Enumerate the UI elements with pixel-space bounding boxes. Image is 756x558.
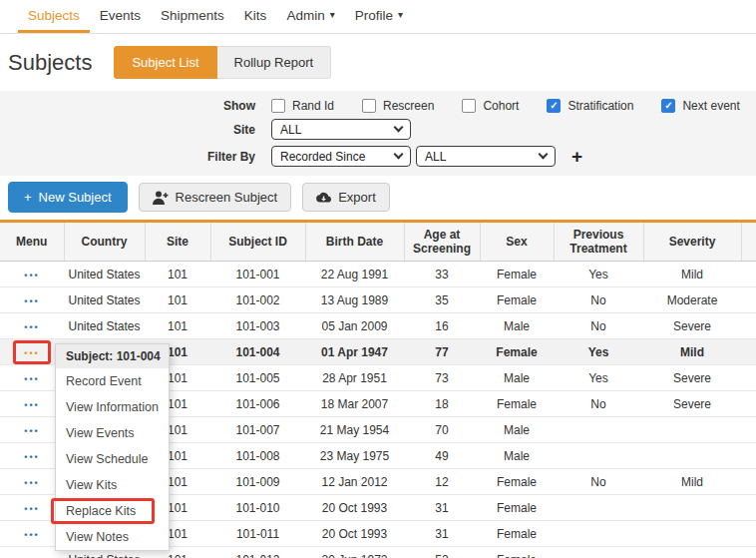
checkbox-rescreen[interactable]: Rescreen — [362, 99, 434, 113]
context-menu-item-view-information[interactable]: View Information — [56, 394, 169, 420]
nav-item-profile[interactable]: Profile▾ — [345, 0, 413, 33]
cell-previous-treatment: No — [554, 391, 643, 417]
cell-sex: Female — [480, 469, 554, 495]
filter-value: ALL — [425, 150, 446, 164]
cell-severity — [643, 547, 741, 558]
context-menu-item-view-notes[interactable]: View Notes — [56, 524, 169, 550]
cell-sex: Female — [480, 262, 554, 287]
site-select-value: ALL — [280, 123, 301, 137]
cell-age: 73 — [404, 365, 480, 391]
cell-sex: Female — [480, 521, 554, 547]
cell-birth-date: 22 Aug 1991 — [305, 262, 404, 287]
site-filter-row: Site ALL — [0, 119, 756, 140]
chevron-down-icon: ▾ — [398, 10, 403, 20]
rescreen-subject-button[interactable]: Rescreen Subject — [139, 183, 292, 212]
cell-age: 31 — [404, 495, 480, 521]
context-menu-header: Subject: 101-004 — [56, 344, 169, 368]
context-menu-item-replace-kits[interactable]: Replace Kits — [51, 498, 155, 524]
checkbox-unchecked-icon — [271, 99, 285, 113]
column-header-blank — [741, 222, 756, 262]
context-menu-item-record-event[interactable]: Record Event — [56, 368, 169, 394]
row-menu-icon[interactable]: ••• — [24, 271, 39, 280]
row-menu-icon[interactable]: ••• — [24, 296, 39, 306]
cloud-download-icon — [316, 192, 331, 204]
cell-severity: Mild — [643, 339, 741, 365]
cell-severity — [643, 443, 741, 469]
table-header: MenuCountrySiteSubject IDBirth DateAge a… — [0, 222, 756, 262]
nav-item-subjects[interactable]: Subjects — [18, 0, 90, 33]
filter-value-select[interactable]: ALL — [416, 146, 556, 167]
row-menu-icon[interactable]: ••• — [24, 504, 39, 514]
check-icon: ✓ — [664, 101, 672, 111]
cell-sex: Male — [480, 313, 554, 339]
column-header-site: Site — [145, 222, 210, 262]
plus-icon: + — [24, 190, 32, 205]
cell-age: 18 — [404, 391, 480, 417]
checkbox-cohort[interactable]: Cohort — [462, 99, 519, 113]
row-menu-icon[interactable]: ••• — [24, 426, 39, 436]
cell-age: 52 — [404, 547, 480, 558]
cell-subject-id: 101-005 — [210, 365, 305, 391]
cell-sex: Female — [480, 287, 554, 313]
export-button[interactable]: Export — [302, 183, 390, 212]
context-menu-item-view-events[interactable]: View Events — [56, 420, 169, 446]
column-header-country: Country — [64, 222, 145, 262]
cell-country: United States — [64, 313, 145, 339]
checkbox-unchecked-icon — [362, 99, 376, 113]
table-row-101-001: •••United States101101-00122 Aug 199133F… — [0, 262, 756, 287]
rollup-report-button[interactable]: Rollup Report — [217, 46, 332, 79]
cell-previous-treatment: Yes — [554, 365, 643, 391]
row-menu-icon[interactable]: ••• — [24, 452, 39, 462]
top-nav: SubjectsEventsShipmentsKitsAdmin▾Profile… — [0, 0, 756, 34]
cell-subject-id: 101-003 — [210, 313, 305, 339]
new-subject-label: New Subject — [39, 190, 112, 205]
cell-empty — [741, 287, 756, 313]
row-menu-icon[interactable]: ••• — [24, 374, 39, 384]
cell-birth-date: 21 May 1954 — [305, 417, 404, 443]
cell-site: 101 — [145, 313, 210, 339]
new-subject-button[interactable]: + New Subject — [8, 182, 128, 213]
checkbox-rand-id[interactable]: Rand Id — [271, 99, 334, 113]
nav-item-events[interactable]: Events — [90, 0, 151, 33]
cell-age: 77 — [404, 339, 480, 365]
show-label: Show — [0, 99, 271, 113]
filter-by-selects: Recorded Since ALL + — [271, 146, 582, 167]
checkbox-next-event[interactable]: ✓Next event — [661, 99, 739, 113]
subject-list-button[interactable]: Subject List — [114, 46, 216, 79]
add-filter-icon[interactable]: + — [571, 147, 582, 166]
row-menu-icon[interactable]: ••• — [24, 530, 39, 540]
filter-by-row: Filter By Recorded Since ALL + — [0, 146, 756, 167]
row-menu-cell: ••• — [0, 262, 64, 287]
row-menu-icon[interactable]: ••• — [24, 478, 39, 488]
context-menu-item-view-schedule[interactable]: View Schedule — [56, 446, 169, 472]
cell-birth-date: 23 May 1975 — [305, 443, 404, 469]
export-label: Export — [338, 190, 376, 205]
context-menu-item-view-kits[interactable]: View Kits — [56, 472, 169, 498]
nav-item-admin[interactable]: Admin▾ — [276, 0, 344, 33]
cell-birth-date: 20 Jun 1972 — [305, 547, 404, 558]
nav-item-kits[interactable]: Kits — [234, 0, 277, 33]
cell-subject-id: 101-010 — [210, 495, 305, 521]
cell-site: 101 — [145, 262, 210, 287]
checkbox-stratification[interactable]: ✓Stratification — [547, 99, 633, 113]
checkbox-label: Cohort — [483, 99, 519, 113]
row-menu-icon[interactable]: ••• — [24, 322, 39, 332]
view-toggle: Subject ListRollup Report — [114, 46, 331, 79]
filter-field-select[interactable]: Recorded Since — [271, 146, 411, 167]
column-header-subject-id: Subject ID — [210, 222, 305, 262]
cell-birth-date: 13 Aug 1989 — [305, 287, 404, 313]
cell-age: 16 — [404, 313, 480, 339]
cell-severity: Severe — [643, 391, 741, 417]
cell-subject-id: 101-009 — [210, 469, 305, 495]
nav-item-shipments[interactable]: Shipments — [151, 0, 234, 33]
person-add-icon — [153, 191, 169, 205]
site-select[interactable]: ALL — [271, 119, 411, 140]
cell-previous-treatment — [554, 521, 643, 547]
cell-sex: Female — [480, 547, 554, 558]
row-menu-icon[interactable]: ••• — [24, 348, 39, 358]
cell-severity: Severe — [643, 365, 741, 391]
site-label: Site — [0, 123, 271, 137]
cell-previous-treatment: No — [554, 469, 643, 495]
cell-subject-id: 101-011 — [210, 521, 305, 547]
row-menu-icon[interactable]: ••• — [24, 400, 39, 410]
